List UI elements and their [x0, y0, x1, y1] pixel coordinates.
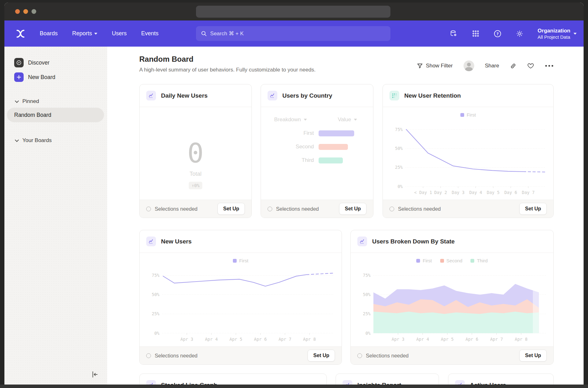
breakdown-dropdown[interactable]: Breakdown [274, 117, 307, 123]
chevron-down-icon [15, 138, 19, 142]
svg-text:Apr 7: Apr 7 [279, 337, 291, 342]
set-up-button[interactable]: Set Up [339, 203, 366, 215]
settings-gear-icon[interactable] [516, 30, 524, 38]
global-search[interactable] [196, 26, 390, 41]
legend-label: First [423, 258, 432, 263]
sidebar-section-label-pinned: Pinned [22, 98, 39, 105]
card-header: New User Retention [383, 84, 553, 107]
more-options-button[interactable] [545, 64, 554, 67]
sidebar-item-random-board[interactable]: Random Board [7, 108, 104, 122]
card-footer: Selections needed Set Up [261, 200, 373, 218]
legend-item: First [233, 258, 248, 263]
card-title: Users Broken Down By State [372, 238, 455, 245]
sidebar-label-new-board: New Board [28, 74, 55, 81]
sidebar-section-pinned[interactable]: Pinned [15, 98, 107, 105]
chevron-down-icon [94, 33, 97, 35]
show-filter-button[interactable]: Show Filter [417, 63, 453, 69]
data-management-icon[interactable] [449, 30, 458, 38]
legend-item: Third [470, 258, 487, 263]
card-title: Daily New Users [161, 92, 208, 99]
new-users-line-chart: 75%50%25%0%Apr 3Apr 4Apr 5Apr 6Apr 7Apr … [143, 265, 338, 343]
legend-swatch [440, 259, 444, 263]
svg-text:25%: 25% [152, 311, 159, 316]
minimize-window-button[interactable] [23, 9, 28, 14]
nav-item-boards[interactable]: Boards [40, 30, 58, 37]
nav-item-users[interactable]: Users [112, 30, 127, 37]
insights-chart-icon [146, 380, 156, 385]
legend-label: Second [447, 258, 463, 263]
card-stacked-line-graph: Stacked Line Graph [139, 374, 327, 385]
svg-text:Apr 4: Apr 4 [416, 337, 429, 342]
sidebar-item-discover[interactable]: Discover [14, 55, 107, 70]
browser-address-bar[interactable] [196, 6, 390, 18]
nav-item-reports[interactable]: Reports [72, 30, 97, 37]
share-button[interactable]: Share [485, 63, 499, 69]
svg-text:25%: 25% [363, 311, 371, 316]
country-bar [319, 157, 343, 163]
legend-label: First [239, 258, 248, 263]
copy-link-button[interactable] [510, 63, 516, 69]
board-main: Random Board A high-level summary of use… [107, 47, 584, 385]
sidebar-collapse-icon[interactable] [91, 370, 99, 379]
chart-legend: First [140, 258, 342, 263]
country-row-label: Third [261, 157, 314, 163]
nav-item-events[interactable]: Events [141, 30, 159, 37]
screen-bottom-bar [0, 385, 588, 388]
card-title: New User Retention [404, 92, 461, 99]
page-title: Random Board [139, 55, 193, 64]
svg-text:< Day 1: < Day 1 [414, 190, 432, 195]
apps-grid-icon[interactable] [471, 30, 480, 38]
country-row: Third [261, 157, 373, 163]
svg-text:Day 7: Day 7 [522, 190, 535, 195]
svg-text:50%: 50% [152, 292, 159, 297]
value-dropdown[interactable]: Value [338, 117, 357, 123]
nav-label-boards: Boards [40, 30, 58, 37]
ellipsis-icon [545, 64, 554, 67]
svg-text:Day 2: Day 2 [434, 190, 447, 195]
chevron-down-icon [304, 119, 307, 121]
legend-label: Third [477, 258, 487, 263]
set-up-button[interactable]: Set Up [519, 350, 547, 362]
sidebar-section-your-boards[interactable]: Your Boards [15, 137, 107, 144]
chevron-down-icon [574, 33, 577, 35]
card-header: Insights Report [336, 374, 439, 385]
sidebar-label-random-board: Random Board [14, 112, 51, 118]
country-column-headers: Breakdown Value [274, 117, 373, 123]
top-navbar: Boards Reports Users Events [4, 20, 584, 47]
mixpanel-logo-icon[interactable] [16, 29, 25, 38]
primary-nav: Boards Reports Users Events [40, 30, 159, 37]
card-title: Users by Country [282, 92, 332, 99]
sidebar: Discover New Board Pinned Random Board Y… [4, 47, 107, 385]
set-up-button[interactable]: Set Up [519, 203, 547, 215]
status-text: Selections needed [155, 206, 198, 212]
search-input[interactable] [210, 31, 385, 37]
svg-text:?: ? [496, 31, 499, 36]
close-window-button[interactable] [15, 9, 20, 14]
card-header: Stacked Line Graph [140, 374, 326, 385]
zoom-window-button[interactable] [32, 9, 36, 14]
country-bar [319, 130, 354, 136]
svg-text:Day 4: Day 4 [469, 190, 482, 195]
favorite-button[interactable] [527, 62, 534, 69]
svg-text:Apr 8: Apr 8 [515, 337, 528, 342]
legend-swatch [233, 259, 237, 263]
legend-item: Second [440, 258, 463, 263]
heart-icon [527, 62, 534, 69]
status-text: Selections needed [155, 353, 198, 359]
svg-text:Day 6: Day 6 [504, 190, 517, 195]
svg-text:50%: 50% [363, 292, 371, 297]
card-active-users: Active Users [448, 374, 554, 385]
card-header: Users by Country [261, 84, 373, 107]
help-icon[interactable]: ? [493, 30, 502, 38]
sidebar-item-new-board[interactable]: New Board [14, 70, 107, 84]
insights-chart-icon [357, 237, 367, 246]
set-up-button[interactable]: Set Up [308, 350, 335, 362]
value-label: Value [338, 117, 351, 123]
avatar[interactable] [464, 60, 474, 71]
country-row-label: First [261, 130, 314, 136]
set-up-button[interactable]: Set Up [217, 203, 245, 215]
window-titlebar [4, 3, 584, 20]
card-new-user-retention: New User Retention First 75%50%25%0%< Da… [383, 84, 554, 218]
org-switcher[interactable]: Organization All Project Data [538, 27, 577, 40]
retention-grid-icon [389, 91, 399, 100]
